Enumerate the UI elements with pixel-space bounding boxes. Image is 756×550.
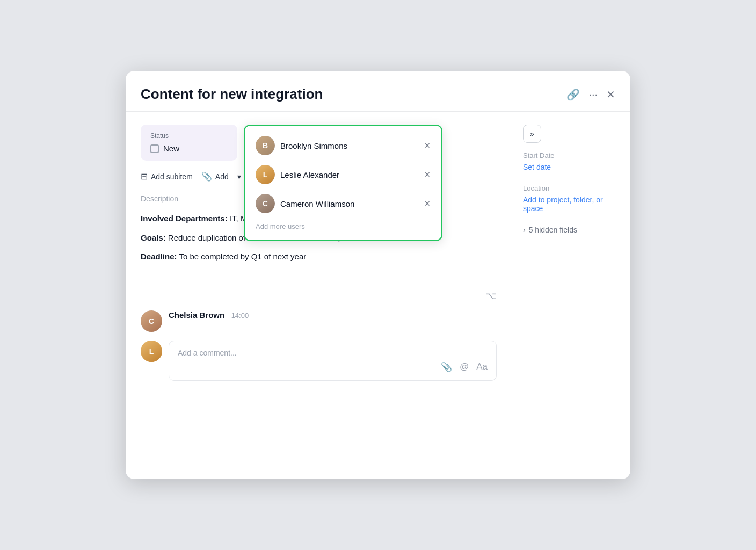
location-label: Location — [523, 184, 620, 192]
attachment-icon: 📎 — [201, 171, 212, 182]
avatar-face-brooklyn: B — [256, 136, 275, 155]
expand-button[interactable]: » — [523, 125, 541, 143]
fields-row: Status New Assignee Dates — [141, 125, 497, 161]
more-icon[interactable]: ··· — [588, 88, 598, 100]
subitem-icon: ⊟ — [141, 171, 148, 182]
comment-content: Chelsia Brown 14:00 — [169, 310, 249, 320]
location-field: Location Add to project, folder, or spac… — [523, 184, 620, 213]
location-value[interactable]: Add to project, folder, or space — [523, 196, 620, 213]
status-field[interactable]: Status New — [141, 125, 237, 161]
main-content: Status New Assignee Dates — [126, 112, 512, 477]
avatar-leslie: L — [256, 165, 275, 184]
modal-title: Content for new integration — [141, 86, 323, 103]
comment-author-name: Chelsia Brown — [169, 310, 224, 320]
assignee-dropdown: B Brooklyn Simmons ✕ L Leslie Alexander … — [244, 125, 442, 241]
comment-format-icon[interactable]: Aa — [476, 361, 488, 373]
avatar-face-cameron: C — [256, 194, 275, 213]
add-attachment-button[interactable]: 📎 Add — [201, 171, 229, 182]
assignee-name-brooklyn: Brooklyn Simmons — [280, 141, 419, 150]
dropdown-icon: ▾ — [237, 172, 241, 181]
status-value: New — [150, 144, 228, 153]
goals-label: Goals: — [141, 233, 166, 242]
status-text: New — [163, 144, 179, 153]
more-options-button[interactable]: ▾ — [237, 172, 241, 181]
current-user-avatar: L — [141, 341, 162, 362]
assignee-item-cameron: C Cameron Williamson ✕ — [251, 190, 435, 217]
status-checkbox[interactable] — [150, 144, 159, 153]
hidden-fields-label: 5 hidden fields — [529, 226, 577, 234]
remove-brooklyn-button[interactable]: ✕ — [424, 141, 431, 150]
modal-header: Content for new integration 🔗 ··· ✕ — [126, 71, 630, 112]
comment-mention-icon[interactable]: @ — [460, 361, 469, 373]
header-actions: 🔗 ··· ✕ — [566, 88, 615, 101]
chevron-right-icon: › — [523, 226, 526, 234]
comment-attach-icon[interactable]: 📎 — [441, 361, 452, 373]
task-modal: Content for new integration 🔗 ··· ✕ Stat… — [126, 71, 630, 479]
current-user-face: L — [141, 341, 162, 362]
filter-row: ⌥ — [141, 290, 497, 302]
assignee-item-brooklyn: B Brooklyn Simmons ✕ — [251, 132, 435, 159]
deadline-value: To be completed by Q1 of next year — [179, 252, 306, 261]
comment-author-avatar: C — [141, 310, 162, 332]
involved-label: Involved Departments: — [141, 214, 228, 223]
assignee-item-leslie: L Leslie Alexander ✕ — [251, 161, 435, 188]
hidden-fields-toggle[interactable]: › 5 hidden fields — [523, 226, 620, 234]
add-more-users-button[interactable]: Add more users — [251, 219, 435, 234]
status-label: Status — [150, 132, 228, 140]
comment-input-toolbar: 📎 @ Aa — [178, 361, 488, 373]
close-icon[interactable]: ✕ — [606, 88, 615, 101]
assignee-name-cameron: Cameron Williamson — [280, 199, 419, 208]
filter-icon[interactable]: ⌥ — [485, 290, 497, 302]
remove-leslie-button[interactable]: ✕ — [424, 170, 431, 179]
deadline: Deadline: To be completed by Q1 of next … — [141, 250, 497, 264]
comment-input-row: L Add a comment... 📎 @ Aa — [141, 341, 497, 381]
comment-placeholder[interactable]: Add a comment... — [178, 349, 488, 357]
comment-author-face: C — [141, 310, 162, 332]
assignee-dates-area: Assignee Dates B Brooklyn Simmons — [244, 125, 407, 161]
start-date-label: Start Date — [523, 151, 620, 160]
modal-body: Status New Assignee Dates — [126, 112, 630, 477]
remove-cameron-button[interactable]: ✕ — [424, 199, 431, 208]
avatar-cameron: C — [256, 194, 275, 213]
link-icon[interactable]: 🔗 — [566, 88, 580, 101]
assignee-name-leslie: Leslie Alexander — [280, 170, 419, 179]
comment-time: 14:00 — [231, 312, 249, 320]
start-date-value[interactable]: Set date — [523, 163, 620, 171]
attachment-label: Add — [215, 172, 229, 181]
start-date-field: Start Date Set date — [523, 151, 620, 171]
subitem-label: Add subitem — [151, 172, 193, 181]
deadline-label: Deadline: — [141, 252, 177, 261]
divider — [141, 277, 497, 277]
avatar-face-leslie: L — [256, 165, 275, 184]
avatar-brooklyn: B — [256, 136, 275, 155]
add-subitem-button[interactable]: ⊟ Add subitem — [141, 171, 193, 182]
comment-row: C Chelsia Brown 14:00 — [141, 310, 497, 332]
comment-input-box[interactable]: Add a comment... 📎 @ Aa — [169, 341, 497, 381]
sidebar: » Start Date Set date Location Add to pr… — [512, 112, 630, 477]
